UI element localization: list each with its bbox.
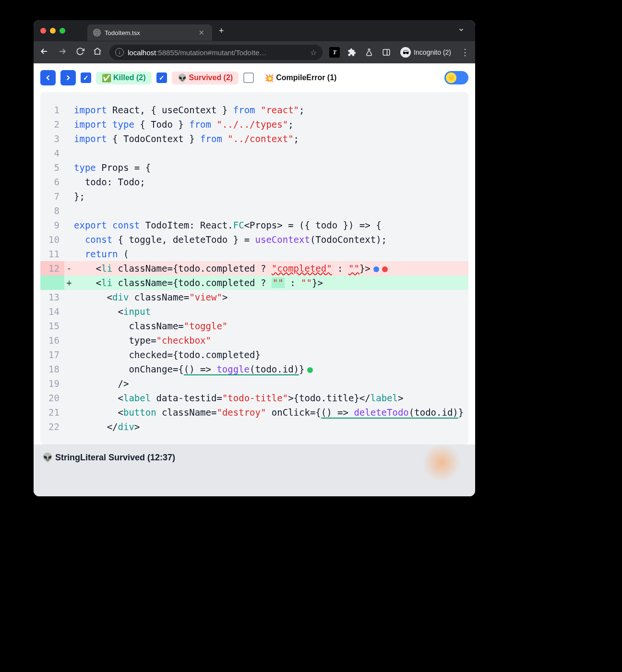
line-number: 18 — [40, 362, 64, 376]
next-mutant-button[interactable] — [60, 70, 76, 85]
code-text: type="checkbox" — [74, 333, 211, 348]
svg-rect-1 — [383, 49, 390, 55]
line-number — [40, 276, 64, 290]
code-text: checked={todo.completed} — [74, 348, 261, 362]
tabs-dropdown-button[interactable] — [451, 26, 471, 35]
mutant-marker-icon[interactable] — [382, 266, 388, 272]
code-text: import React, { useContext } from "react… — [74, 103, 304, 117]
url-text: localhost:58855/mutation#mutant/TodoIte… — [128, 48, 306, 57]
code-text: todo: Todo; — [74, 175, 145, 189]
code-text: </div> — [74, 420, 140, 434]
line-number: 1 — [40, 103, 64, 117]
line-number: 6 — [40, 175, 64, 189]
code-text: type Props = { — [74, 160, 151, 175]
filter-killed-checkbox[interactable] — [81, 72, 91, 83]
maximize-window-button[interactable] — [60, 28, 65, 34]
line-number: 14 — [40, 304, 64, 319]
line-number: 22 — [40, 420, 64, 434]
theme-toggle[interactable] — [444, 71, 468, 84]
tab-title: TodoItem.tsx — [105, 29, 193, 36]
line-number: 8 — [40, 204, 64, 218]
code-text: import type { Todo } from "../../types"; — [74, 117, 294, 132]
filter-killed-pill[interactable]: ✅Killed (2) — [96, 72, 152, 84]
code-text: className="toggle" — [74, 319, 227, 333]
browser-window: TodoItem.tsx ✕ + i localhost:58855/mutat… — [34, 20, 475, 496]
code-view[interactable]: 1import React, { useContext } from "reac… — [40, 92, 468, 444]
line-number: 5 — [40, 160, 64, 175]
line-number: 15 — [40, 319, 64, 333]
cursor-glow — [422, 444, 461, 482]
line-number: 4 — [40, 146, 64, 160]
diff-added-line: + <li className={todo.completed ? "" : "… — [40, 276, 468, 290]
minimize-window-button[interactable] — [50, 28, 56, 34]
line-number: 20 — [40, 391, 64, 405]
line-number: 7 — [40, 189, 64, 204]
extensions-icon[interactable] — [347, 47, 357, 58]
status-text: StringLiteral Survived (12:37) — [55, 453, 175, 462]
line-number: 12 — [40, 261, 64, 276]
incognito-badge[interactable]: 🕶 Incognito (2) — [398, 46, 453, 59]
code-text: <input — [74, 304, 151, 319]
tab-strip: TodoItem.tsx ✕ + — [34, 20, 475, 41]
incognito-icon: 🕶 — [400, 47, 411, 58]
line-number: 2 — [40, 117, 64, 132]
line-number: 17 — [40, 348, 64, 362]
browser-tab[interactable]: TodoItem.tsx ✕ — [87, 24, 212, 41]
diff-minus-sign: - — [64, 261, 74, 276]
alien-icon: 👽 — [42, 453, 53, 462]
filter-compileerror-pill[interactable]: 💥CompileError (1) — [259, 72, 342, 84]
prev-mutant-button[interactable] — [40, 70, 56, 85]
line-number: 19 — [40, 376, 64, 391]
code-text: <li className={todo.completed ? "complet… — [74, 261, 388, 276]
bookmark-icon[interactable]: ☆ — [310, 48, 317, 57]
labs-icon[interactable] — [364, 47, 374, 58]
back-button[interactable] — [38, 46, 50, 60]
filter-compileerror-checkbox[interactable] — [243, 72, 254, 83]
new-tab-button[interactable]: + — [219, 26, 224, 36]
line-number: 21 — [40, 405, 64, 420]
code-text: /> — [74, 376, 129, 391]
side-panel-icon[interactable] — [381, 47, 392, 58]
address-bar[interactable]: i localhost:58855/mutation#mutant/TodoIt… — [109, 45, 323, 60]
code-text: }; — [74, 189, 85, 204]
forward-button[interactable] — [57, 46, 68, 60]
mutant-marker-icon[interactable] — [373, 266, 379, 272]
line-number: 10 — [40, 232, 64, 247]
code-text: <li className={todo.completed ? "" : ""}… — [74, 276, 323, 290]
line-number: 9 — [40, 218, 64, 232]
diff-plus-sign: + — [64, 276, 74, 290]
home-button[interactable] — [92, 46, 103, 59]
line-number: 11 — [40, 247, 64, 261]
menu-button[interactable]: ⋮ — [460, 46, 470, 59]
globe-icon — [93, 29, 101, 36]
line-number: 16 — [40, 333, 64, 348]
line-number: 13 — [40, 290, 64, 304]
browser-toolbar: i localhost:58855/mutation#mutant/TodoIt… — [34, 41, 475, 63]
close-tab-button[interactable]: ✕ — [197, 29, 206, 36]
reload-button[interactable] — [75, 46, 85, 59]
code-text: const { toggle, deleteTodo } = useContex… — [74, 232, 387, 247]
code-text: export const TodoItem: React.FC<Props> =… — [74, 218, 382, 232]
app-toolbar: ✅Killed (2) 👽Survived (2) 💥CompileError … — [34, 63, 475, 92]
mutant-marker-icon[interactable] — [307, 367, 313, 373]
filter-survived-pill[interactable]: 👽Survived (2) — [172, 72, 239, 84]
code-text: import { TodoContext } from "../context"… — [74, 132, 299, 146]
diff-removed-line: 12- <li className={todo.completed ? "com… — [40, 261, 468, 276]
close-window-button[interactable] — [40, 28, 46, 34]
code-text: <div className="view"> — [74, 290, 227, 304]
code-text: onChange={() => toggle(todo.id)} — [74, 362, 313, 376]
extension-t-icon[interactable]: T — [329, 47, 340, 58]
line-number: 3 — [40, 132, 64, 146]
filter-survived-checkbox[interactable] — [156, 72, 167, 83]
site-info-icon[interactable]: i — [115, 48, 124, 57]
mutant-status-bar[interactable]: 👽 StringLiteral Survived (12:37) — [34, 444, 475, 496]
code-text: <label data-testid="todo-title">{todo.ti… — [74, 391, 403, 405]
code-text: return ( — [74, 247, 129, 261]
window-controls — [37, 28, 70, 34]
code-text: <button className="destroy" onClick={() … — [74, 405, 468, 420]
